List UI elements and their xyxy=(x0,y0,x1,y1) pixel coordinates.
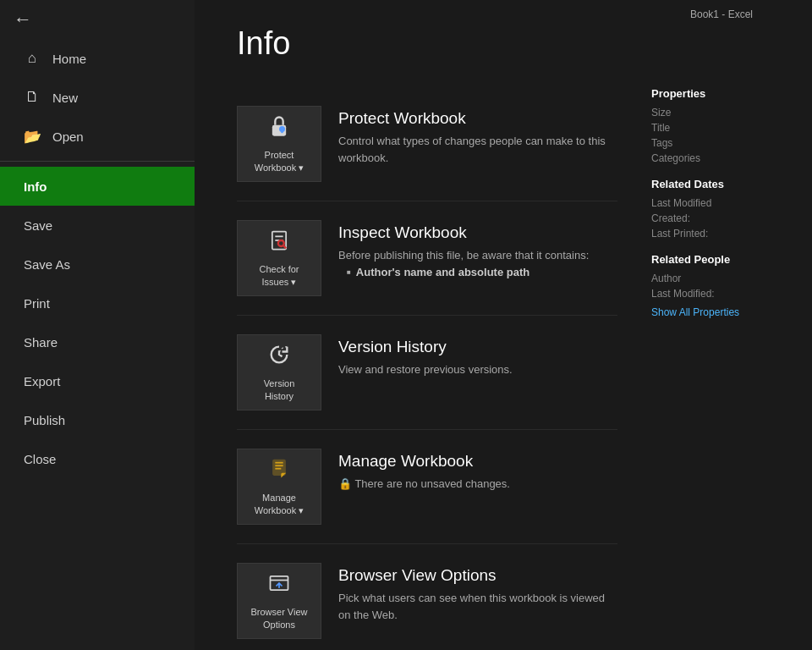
sidebar-item-close[interactable]: Close xyxy=(0,439,195,478)
inspect-icon xyxy=(267,229,291,258)
show-all-properties-link[interactable]: Show All Properties xyxy=(651,306,778,318)
sidebar-item-save[interactable]: Save xyxy=(0,206,195,245)
protect-desc: Control what types of changes people can… xyxy=(338,133,617,166)
svg-rect-11 xyxy=(275,468,281,470)
size-label: Size xyxy=(651,107,778,118)
tags-label: Tags xyxy=(651,137,778,149)
sidebar-item-share[interactable]: Share xyxy=(0,322,195,361)
protect-title: Protect Workbook xyxy=(338,109,617,128)
inspect-desc: Before publishing this file, be aware th… xyxy=(338,247,617,280)
sidebar-item-label: Share xyxy=(24,335,58,350)
properties-heading: Properties xyxy=(651,87,778,100)
inspect-workbook-row: Check forIssues ▾ Inspect Workbook Befor… xyxy=(237,201,617,316)
page-title: Info xyxy=(237,25,778,62)
categories-label: Categories xyxy=(651,152,778,164)
open-icon: 📂 xyxy=(24,128,41,146)
last-modified-by-label: Last Modified: xyxy=(651,288,778,300)
properties-panel: Properties Size Title Tags Categories Re… xyxy=(643,87,778,650)
version-history-button[interactable]: VersionHistory xyxy=(237,334,321,410)
manage-button-label: ManageWorkbook ▾ xyxy=(255,492,304,516)
inspect-list-item: Author's name and absolute path xyxy=(347,264,617,281)
browser-icon xyxy=(267,571,291,601)
last-modified-label: Last Modified xyxy=(651,197,778,209)
svg-rect-10 xyxy=(275,465,283,467)
related-people-heading: Related People xyxy=(651,253,778,266)
manage-title: Manage Workbook xyxy=(338,452,617,471)
protect-workbook-row: ProtectWorkbook ▾ Protect Workbook Contr… xyxy=(237,87,617,201)
svg-rect-9 xyxy=(275,462,283,464)
browser-button-label: Browser ViewOptions xyxy=(250,606,307,631)
manage-info: Manage Workbook 🔒 There are no unsaved c… xyxy=(338,449,617,493)
browser-desc: Pick what users can see when this workbo… xyxy=(338,590,617,623)
manage-icon xyxy=(267,457,291,487)
version-title: Version History xyxy=(338,338,617,356)
lock-icon xyxy=(267,114,291,144)
browser-title: Browser View Options xyxy=(338,566,617,585)
protect-workbook-button[interactable]: ProtectWorkbook ▾ xyxy=(237,106,321,182)
manage-workbook-button[interactable]: ManageWorkbook ▾ xyxy=(237,449,321,525)
sidebar-item-label: Save xyxy=(24,218,52,233)
sidebar-divider xyxy=(0,161,195,162)
main-content: Book1 - Excel Info ProtectWorkbook ▾ xyxy=(195,0,812,650)
sidebar-item-label: Save As xyxy=(24,257,70,272)
sidebar-item-label: Home xyxy=(52,52,86,66)
related-dates-heading: Related Dates xyxy=(651,178,778,190)
manage-workbook-row: ManageWorkbook ▾ Manage Workbook 🔒 There… xyxy=(237,430,617,544)
sidebar-item-publish[interactable]: Publish xyxy=(0,400,195,439)
last-printed-label: Last Printed: xyxy=(651,228,778,240)
file-label: Book1 - Excel xyxy=(690,8,753,20)
sidebar: ← ⌂ Home 🗋 New 📂 Open Info Save Save As … xyxy=(0,0,195,650)
sidebar-item-new[interactable]: 🗋 New xyxy=(0,78,195,117)
browser-view-row: Browser ViewOptions Browser View Options… xyxy=(237,544,617,650)
inspect-title: Inspect Workbook xyxy=(338,223,617,242)
sidebar-item-label: New xyxy=(52,91,78,105)
sidebar-item-label: Open xyxy=(52,129,84,144)
lock-small-icon: 🔒 xyxy=(338,477,354,490)
version-info: Version History View and restore previou… xyxy=(338,334,617,378)
inspect-workbook-button[interactable]: Check forIssues ▾ xyxy=(237,220,321,296)
created-label: Created: xyxy=(651,212,778,224)
sections-main: ProtectWorkbook ▾ Protect Workbook Contr… xyxy=(237,87,617,650)
version-desc: View and restore previous versions. xyxy=(338,361,617,378)
sidebar-item-home[interactable]: ⌂ Home xyxy=(0,39,195,78)
version-button-label: VersionHistory xyxy=(264,377,295,402)
sidebar-item-label: Print xyxy=(24,296,50,311)
author-label: Author xyxy=(651,273,778,284)
browser-info: Browser View Options Pick what users can… xyxy=(338,563,617,623)
version-history-row: VersionHistory Version History View and … xyxy=(237,316,617,430)
info-sections: ProtectWorkbook ▾ Protect Workbook Contr… xyxy=(237,87,778,650)
sidebar-item-info[interactable]: Info xyxy=(0,167,195,206)
home-icon: ⌂ xyxy=(24,50,41,67)
sidebar-item-export[interactable]: Export xyxy=(0,361,195,400)
protect-button-label: ProtectWorkbook ▾ xyxy=(255,149,304,174)
sidebar-item-label: Info xyxy=(24,179,47,194)
protect-info: Protect Workbook Control what types of c… xyxy=(338,106,617,166)
sidebar-item-label: Close xyxy=(24,452,56,466)
sidebar-item-save-as[interactable]: Save As xyxy=(0,245,195,284)
title-label: Title xyxy=(651,122,778,134)
sidebar-nav: ⌂ Home 🗋 New 📂 Open Info Save Save As Pr… xyxy=(0,39,195,478)
svg-rect-2 xyxy=(281,130,283,134)
sidebar-item-label: Export xyxy=(24,374,60,388)
inspect-desc-main: Before publishing this file, be aware th… xyxy=(338,249,589,262)
new-icon: 🗋 xyxy=(24,89,41,106)
inspect-button-label: Check forIssues ▾ xyxy=(259,263,299,288)
sidebar-item-open[interactable]: 📂 Open xyxy=(0,117,195,156)
sidebar-item-print[interactable]: Print xyxy=(0,284,195,322)
version-icon xyxy=(267,343,291,372)
back-button[interactable]: ← xyxy=(0,0,195,39)
inspect-info: Inspect Workbook Before publishing this … xyxy=(338,220,617,280)
manage-desc: 🔒 There are no unsaved changes. xyxy=(338,476,617,493)
sidebar-item-label: Publish xyxy=(24,413,65,427)
inspect-list: Author's name and absolute path xyxy=(338,264,617,281)
back-icon: ← xyxy=(14,8,32,30)
browser-view-button[interactable]: Browser ViewOptions xyxy=(237,563,321,639)
